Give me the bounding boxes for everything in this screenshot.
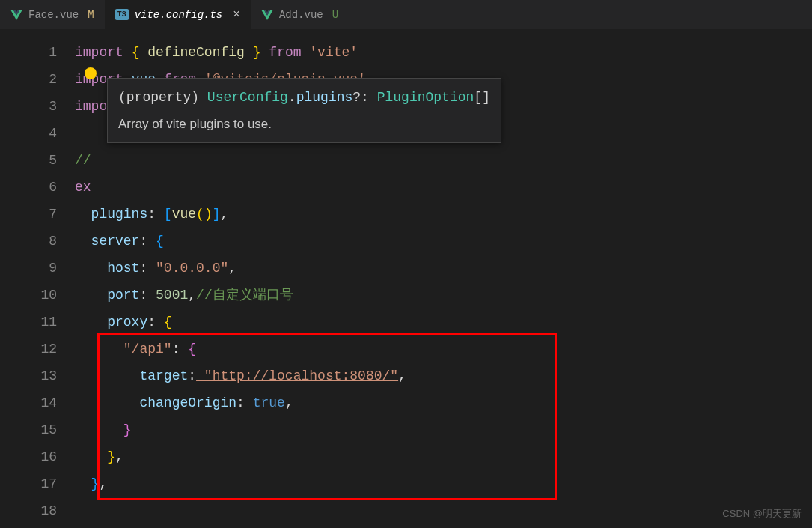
line-number: 13	[0, 362, 75, 389]
line-number: 4	[0, 120, 75, 147]
line-number: 1	[0, 39, 75, 66]
ts-icon: TS	[115, 9, 129, 20]
code-line: server: {	[75, 228, 812, 255]
code-line: port: 5001,//自定义端口号	[75, 282, 812, 309]
code-line: },	[75, 443, 812, 470]
line-number: 5	[0, 147, 75, 174]
lightbulb-icon[interactable]	[85, 67, 97, 79]
tab-label: Face.vue	[28, 9, 79, 21]
tab-face-vue[interactable]: Face.vue M	[0, 0, 105, 29]
line-number: 15	[0, 416, 75, 443]
tab-add-vue[interactable]: Add.vue U	[251, 0, 349, 29]
tab-status: M	[88, 9, 94, 21]
code-line: plugins: [vue()],	[75, 201, 812, 228]
line-number: 12	[0, 336, 75, 362]
editor: 1 2 3 4 5 6 7 8 9 10 11 12 13 14 15 16 1…	[0, 30, 812, 528]
code-line: ex	[75, 174, 812, 201]
code-line: "/api": {	[75, 336, 812, 362]
code-line	[75, 497, 812, 524]
line-number: 14	[0, 389, 75, 416]
tooltip-description: Array of vite plugins to use.	[118, 114, 490, 136]
line-number: 18	[0, 497, 75, 524]
vue-icon	[261, 10, 273, 20]
code-line: }	[75, 416, 812, 443]
line-number: 7	[0, 201, 75, 228]
line-number: 17	[0, 470, 75, 497]
line-number: 10	[0, 282, 75, 309]
code-line: },	[75, 470, 812, 497]
code-line: import { defineConfig } from 'vite'	[75, 39, 812, 66]
tab-label: vite.config.ts	[135, 9, 223, 21]
line-number: 3	[0, 93, 75, 120]
tab-vite-config[interactable]: TS vite.config.ts ×	[105, 0, 251, 29]
tab-bar: Face.vue M TS vite.config.ts × Add.vue U	[0, 0, 812, 30]
line-number: 11	[0, 309, 75, 336]
line-number: 2	[0, 66, 75, 93]
tab-label: Add.vue	[279, 9, 323, 21]
code-line: host: "0.0.0.0",	[75, 255, 812, 282]
code-line: target: "http://localhost:8080/",	[75, 362, 812, 389]
watermark: CSDN @明天更新	[722, 507, 802, 521]
vue-icon	[10, 10, 22, 20]
line-number: 9	[0, 255, 75, 282]
line-gutter: 1 2 3 4 5 6 7 8 9 10 11 12 13 14 15 16 1…	[0, 30, 75, 528]
code-line: //	[75, 147, 812, 174]
code-line: changeOrigin: true,	[75, 389, 812, 416]
hover-tooltip: (property) UserConfig.plugins?: PluginOp…	[107, 78, 501, 143]
code-line: proxy: {	[75, 309, 812, 336]
tab-status: U	[332, 9, 338, 21]
line-number: 16	[0, 443, 75, 470]
line-number: 8	[0, 228, 75, 255]
close-icon[interactable]: ×	[233, 8, 240, 22]
tooltip-signature: (property) UserConfig.plugins?: PluginOp…	[118, 86, 490, 109]
line-number: 6	[0, 174, 75, 201]
